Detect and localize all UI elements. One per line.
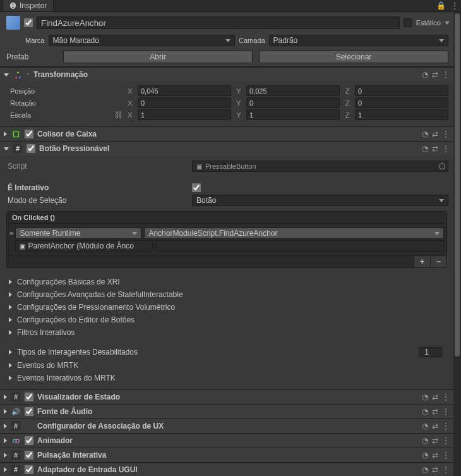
foldout-filters[interactable]: Filtros Interativos: [5, 326, 448, 339]
script-icon: #: [11, 392, 21, 402]
state-viz-enabled-checkbox[interactable]: [25, 393, 33, 401]
tag-dropdown[interactable]: Mão Marcado: [49, 35, 235, 46]
tab-bar: 🅘 Inspetor 🔒 ⋮: [0, 0, 461, 12]
tab-menu-icon[interactable]: ⋮: [451, 1, 458, 10]
foldout-mrtk-events[interactable]: Eventos do MRTK: [5, 359, 448, 372]
context-menu-icon[interactable]: ⋮: [442, 422, 450, 430]
foldout-disabled-types[interactable]: Tipos de Interagentes Desabilitados 1: [5, 345, 448, 359]
rotation-z-input[interactable]: [355, 97, 448, 108]
remove-listener-button[interactable]: −: [430, 256, 446, 267]
pulse-enabled-checkbox[interactable]: [25, 451, 33, 460]
preset-icon[interactable]: ⇄: [432, 451, 438, 460]
script-value: PressableButton: [205, 162, 256, 170]
pressable-header[interactable]: # Botão Pressionável ◔ ⇄ ⋮: [0, 142, 453, 156]
lock-icon[interactable]: 🔒: [436, 1, 446, 10]
foldout-stateful[interactable]: Configurações Avançadas de StatefulInter…: [5, 288, 448, 301]
audio-enabled-checkbox[interactable]: [25, 407, 33, 416]
transform-title: Transformação: [33, 70, 418, 79]
context-menu-icon[interactable]: ⋮: [442, 144, 450, 153]
help-icon[interactable]: ◔: [422, 393, 428, 401]
chevron-down-icon: [439, 39, 444, 42]
scrollbar[interactable]: [453, 12, 461, 476]
foldout-mrtk-interactive[interactable]: Eventos Interativos do MRTK: [5, 372, 448, 384]
prefab-open-button[interactable]: Abrir: [63, 51, 253, 63]
foldout-volumetric[interactable]: Configurações de Pressionamento Volumétr…: [5, 301, 448, 314]
function-argument-field[interactable]: [155, 240, 444, 252]
axis-y-label: Y: [235, 87, 242, 95]
selection-mode-dropdown[interactable]: Botão: [192, 195, 448, 206]
constrain-link-icon[interactable]: ⛓: [114, 111, 124, 119]
animator-enabled-checkbox[interactable]: [25, 436, 33, 445]
gameobject-icon[interactable]: [6, 16, 20, 30]
foldout-icon: [4, 147, 9, 150]
help-icon[interactable]: ◔: [422, 451, 428, 460]
audio-source-header[interactable]: 🔊 Fonte de Áudio ◔⇄⋮: [0, 405, 453, 418]
context-menu-icon[interactable]: ⋮: [442, 407, 450, 416]
gameobject-name-input[interactable]: [37, 16, 400, 29]
gameobject-enabled-checkbox[interactable]: [24, 18, 33, 27]
pulse-header[interactable]: # Pulsação Interativa ◔⇄⋮: [0, 448, 453, 462]
position-x-input[interactable]: [138, 85, 231, 96]
target-object-field[interactable]: ▣ ParentAnchor (Módulo de Ânco: [15, 240, 153, 252]
foldout-icon: [9, 375, 12, 381]
preset-icon[interactable]: ⇄: [432, 465, 438, 474]
help-icon[interactable]: ◔: [422, 407, 428, 416]
context-menu-icon[interactable]: ⋮: [442, 130, 450, 138]
foldout-icon: [4, 73, 9, 76]
transform-header[interactable]: ⁺ Transformação ◔ ⇄ ⋮: [0, 68, 453, 82]
preset-icon[interactable]: ⇄: [432, 407, 438, 416]
pressable-enabled-checkbox[interactable]: [27, 144, 35, 153]
function-dropdown[interactable]: AnchorModuleScript.FindAzureAnchor: [144, 228, 444, 239]
rotation-y-input[interactable]: [246, 97, 340, 108]
ugui-enabled-checkbox[interactable]: [25, 465, 33, 474]
help-icon[interactable]: ◔: [422, 144, 428, 153]
context-menu-icon[interactable]: ⋮: [442, 465, 450, 474]
preset-icon[interactable]: ⇄: [432, 70, 438, 79]
foldout-icon: [9, 363, 12, 368]
foldout-button-editor[interactable]: Configurações do Editor de Botões: [5, 314, 448, 326]
drag-handle-icon[interactable]: ≡: [9, 229, 13, 237]
ux-bind-header[interactable]: # Configurador de Associação de UX ◔⇄⋮: [0, 419, 453, 433]
pulse-title: Pulsação Interativa: [37, 451, 418, 460]
position-z-input[interactable]: [355, 85, 448, 96]
preset-icon[interactable]: ⇄: [432, 422, 438, 430]
static-checkbox[interactable]: [404, 18, 412, 27]
foldout-icon: [9, 292, 12, 297]
layer-dropdown[interactable]: Padrão: [269, 35, 448, 46]
context-menu-icon[interactable]: ⋮: [442, 70, 450, 79]
preset-icon[interactable]: ⇄: [432, 130, 438, 138]
function-value: AnchorModuleScript.FindAzureAnchor: [148, 229, 277, 238]
state-viz-header[interactable]: # Visualizador de Estado ◔⇄⋮: [0, 390, 453, 404]
foldout-xri-basic[interactable]: Configurações Básicas de XRI: [5, 276, 448, 288]
interactive-checkbox[interactable]: [192, 183, 201, 192]
add-listener-button[interactable]: +: [414, 256, 430, 267]
tag-value: Mão Marcado: [53, 36, 99, 45]
preset-icon[interactable]: ⇄: [432, 436, 438, 445]
help-icon[interactable]: ◔: [422, 70, 428, 79]
help-icon[interactable]: ◔: [422, 130, 428, 138]
object-picker-icon[interactable]: [439, 163, 445, 169]
rotation-x-input[interactable]: [138, 97, 231, 108]
position-y-input[interactable]: [246, 85, 340, 96]
help-icon[interactable]: ◔: [422, 422, 428, 430]
preset-icon[interactable]: ⇄: [432, 393, 438, 401]
animator-header[interactable]: Animador ◔⇄⋮: [0, 434, 453, 448]
scale-y-input[interactable]: [246, 109, 340, 120]
scale-x-input[interactable]: [138, 109, 231, 120]
state-viz-title: Visualizador de Estado: [37, 393, 418, 401]
scrollbar-thumb[interactable]: [455, 13, 460, 357]
help-icon[interactable]: ◔: [422, 465, 428, 474]
context-menu-icon[interactable]: ⋮: [442, 436, 450, 445]
help-icon[interactable]: ◔: [422, 436, 428, 445]
prefab-select-button[interactable]: Selecionar: [259, 51, 448, 63]
preset-icon[interactable]: ⇄: [432, 144, 438, 153]
static-dropdown-icon[interactable]: [445, 21, 450, 25]
context-menu-icon[interactable]: ⋮: [442, 393, 450, 401]
boxcollider-header[interactable]: Colisor de Caixa ◔ ⇄ ⋮: [0, 127, 453, 141]
runtime-dropdown[interactable]: Somente Runtime: [15, 228, 141, 239]
boxcollider-enabled-checkbox[interactable]: [25, 130, 33, 138]
scale-z-input[interactable]: [355, 109, 448, 120]
tab-inspector[interactable]: 🅘 Inspetor: [3, 0, 54, 11]
ugui-header[interactable]: # Adaptador de Entrada UGUI ◔⇄⋮: [0, 463, 453, 476]
context-menu-icon[interactable]: ⋮: [442, 451, 450, 460]
